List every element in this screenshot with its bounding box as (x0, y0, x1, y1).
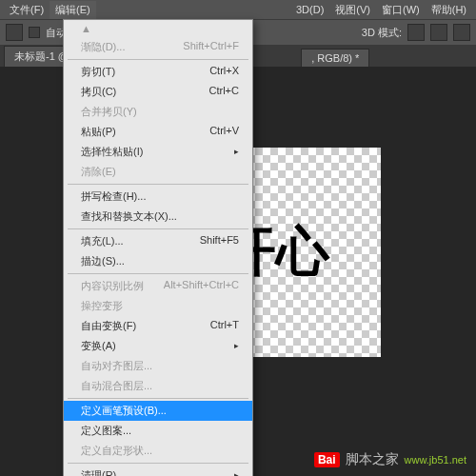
menu-separator (68, 398, 248, 399)
menu-item-label: 自由变换(F) (81, 319, 136, 333)
menubar: 文件(F) 编辑(E) 3D(D) 视图(V) 窗口(W) 帮助(H) (0, 0, 476, 19)
menu-item-24[interactable]: 定义图案... (64, 421, 252, 441)
menu-item-label: 定义自定形状... (81, 444, 152, 458)
menu-item-shortcut: Ctrl+C (209, 85, 239, 99)
menu-item-label: 渐隐(D)... (81, 40, 125, 54)
menu-item-label: 粘贴(P) (81, 125, 116, 139)
menu-help[interactable]: 帮助(H) (426, 1, 472, 19)
mode3d-icon-2[interactable] (430, 24, 447, 41)
menu-item-21: 自动混合图层... (64, 376, 252, 396)
menu-item-1: 渐隐(D)...Shift+Ctrl+F (64, 37, 252, 57)
menu-separator (68, 184, 248, 185)
menu-item-18[interactable]: 自由变换(F)Ctrl+T (64, 316, 252, 336)
menu-item-label: 清理(R) (81, 468, 116, 476)
menu-item-25: 定义自定形状... (64, 441, 252, 461)
menu-item-6[interactable]: 粘贴(P)Ctrl+V (64, 122, 252, 142)
watermark-url: www.jb51.net (405, 454, 466, 466)
menu-item-label: 填充(L)... (81, 234, 124, 248)
menu-separator (68, 273, 248, 274)
menu-item-23[interactable]: 定义画笔预设(B)... (64, 401, 252, 421)
menu-item-label: 剪切(T) (81, 65, 115, 79)
menu-item-shortcut: Alt+Shift+Ctrl+C (164, 279, 239, 293)
mode3d-label: 3D 模式: (362, 26, 402, 40)
menu-item-label: 自动混合图层... (81, 379, 152, 393)
menu-window[interactable]: 窗口(W) (376, 1, 426, 19)
menu-item-label: 清除(E) (81, 165, 116, 179)
menu-item-0: ▲ (64, 20, 252, 37)
tab-document-2[interactable]: , RGB/8) * (301, 49, 369, 67)
menu-item-shortcut: Ctrl+V (209, 125, 239, 139)
menu-item-label: 拷贝(C) (81, 85, 116, 99)
menu-item-label: 操控变形 (81, 299, 123, 313)
menu-item-20: 自动对齐图层... (64, 356, 252, 376)
menu-item-label: 查找和替换文本(X)... (81, 209, 177, 224)
mode3d-icon-1[interactable] (407, 24, 425, 41)
menu-separator (68, 228, 248, 229)
menu-separator (68, 463, 248, 464)
menu-item-4[interactable]: 拷贝(C)Ctrl+C (64, 82, 252, 102)
menu-item-shortcut: Shift+Ctrl+F (183, 40, 239, 54)
menu-item-27[interactable]: 清理(R) (64, 466, 252, 476)
menu-item-label: 自动对齐图层... (81, 359, 152, 373)
menu-item-3[interactable]: 剪切(T)Ctrl+X (64, 62, 252, 82)
menu-item-13[interactable]: 填充(L)...Shift+F5 (64, 231, 252, 251)
menu-file[interactable]: 文件(F) (4, 1, 50, 19)
mode3d-icon-3[interactable] (453, 24, 470, 41)
menu-item-label: 定义画笔预设(B)... (81, 404, 167, 418)
menu-item-7[interactable]: 选择性粘贴(I) (64, 142, 252, 162)
menu-item-label: 选择性粘贴(I) (81, 145, 143, 159)
menu-item-17: 操控变形 (64, 296, 252, 316)
menu-item-label: ▲ (81, 23, 91, 34)
menu-item-11[interactable]: 查找和替换文本(X)... (64, 207, 252, 227)
menu-3d[interactable]: 3D(D) (290, 2, 329, 17)
watermark-logo: Bai (314, 452, 340, 467)
menu-view[interactable]: 视图(V) (329, 1, 376, 19)
submenu-arrow-icon (234, 468, 239, 476)
menu-item-label: 内容识别比例 (81, 279, 144, 293)
menu-item-label: 变换(A) (81, 339, 116, 353)
move-tool-icon[interactable] (6, 24, 23, 41)
menu-item-label: 描边(S)... (81, 254, 125, 268)
menu-item-14[interactable]: 描边(S)... (64, 251, 252, 271)
menu-item-label: 定义图案... (81, 424, 131, 438)
menu-item-shortcut: Ctrl+T (210, 319, 239, 333)
menu-item-shortcut: Ctrl+X (209, 65, 239, 79)
auto-select-checkbox[interactable] (29, 27, 40, 38)
menu-item-16: 内容识别比例Alt+Shift+Ctrl+C (64, 276, 252, 296)
edit-dropdown-menu: ▲渐隐(D)...Shift+Ctrl+F剪切(T)Ctrl+X拷贝(C)Ctr… (63, 19, 253, 476)
menu-item-8: 清除(E) (64, 162, 252, 182)
menu-item-5: 合并拷贝(Y) (64, 102, 252, 122)
submenu-arrow-icon (234, 145, 239, 159)
menu-item-19[interactable]: 变换(A) (64, 336, 252, 356)
watermark: Bai 脚本之家 www.jb51.net (314, 451, 466, 468)
menu-edit[interactable]: 编辑(E) (50, 1, 96, 19)
menu-separator (68, 59, 248, 60)
menu-item-label: 拼写检查(H)... (81, 189, 146, 204)
menu-item-shortcut: Shift+F5 (200, 234, 239, 248)
watermark-site: 脚本之家 (346, 451, 399, 468)
menu-item-10[interactable]: 拼写检查(H)... (64, 187, 252, 207)
menu-item-label: 合并拷贝(Y) (81, 105, 137, 119)
submenu-arrow-icon (234, 339, 239, 353)
